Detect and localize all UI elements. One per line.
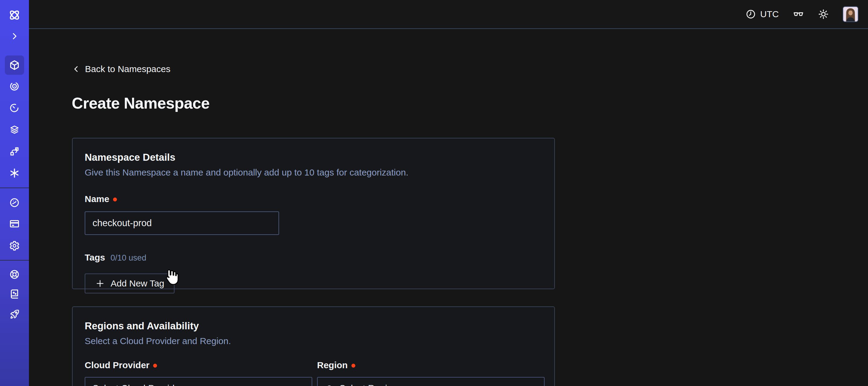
book-icon bbox=[9, 289, 20, 299]
region-value: Select Region bbox=[339, 383, 522, 386]
region-select[interactable]: Select Region bbox=[317, 377, 545, 386]
sidebar-item-get-started[interactable] bbox=[0, 304, 29, 324]
card-title: Regions and Availability bbox=[85, 320, 542, 332]
required-indicator bbox=[351, 364, 355, 367]
labs-toggle-button[interactable] bbox=[793, 8, 804, 20]
tags-label: Tags bbox=[85, 253, 105, 263]
search-icon bbox=[325, 384, 335, 386]
sidebar-item-usage[interactable] bbox=[0, 193, 29, 212]
tags-used-count: 0/10 used bbox=[111, 253, 147, 263]
sidebar-item-observe[interactable] bbox=[0, 77, 29, 96]
sun-icon bbox=[818, 9, 829, 20]
add-tag-label: Add New Tag bbox=[111, 278, 164, 289]
cloud-provider-value: Select Cloud Provider bbox=[93, 383, 290, 386]
region-selects: Cloud Provider Select Cloud Provider Reg… bbox=[85, 360, 542, 386]
card-description: Select a Cloud Provider and Region. bbox=[85, 336, 542, 346]
namespace-details-card: Namespace Details Give this Namespace a … bbox=[72, 138, 555, 289]
chevron-right-icon bbox=[10, 32, 19, 41]
sidebar-item-docs[interactable] bbox=[0, 285, 29, 304]
namespace-name-input[interactable] bbox=[85, 211, 279, 235]
plus-icon bbox=[95, 278, 105, 289]
required-indicator bbox=[113, 198, 117, 202]
regions-card: Regions and Availability Select a Cloud … bbox=[72, 306, 555, 386]
glasses-icon bbox=[793, 8, 804, 20]
rocket-icon bbox=[9, 309, 20, 320]
temporal-logo[interactable] bbox=[0, 5, 29, 25]
sidebar-item-namespaces[interactable] bbox=[5, 56, 24, 75]
theme-toggle-button[interactable] bbox=[818, 9, 829, 20]
sidebar-divider bbox=[0, 187, 29, 188]
tags-row: Tags 0/10 used bbox=[85, 253, 542, 263]
timer-icon bbox=[9, 102, 20, 113]
user-avatar[interactable] bbox=[843, 6, 858, 22]
add-new-tag-button[interactable]: Add New Tag bbox=[85, 273, 175, 293]
gauge-icon bbox=[9, 197, 20, 208]
life-ring-icon bbox=[9, 269, 20, 280]
timezone-label: UTC bbox=[760, 9, 779, 19]
sidebar-item-schedules[interactable] bbox=[0, 98, 29, 118]
topbar: UTC bbox=[29, 0, 868, 29]
sidebar-item-stacks[interactable] bbox=[0, 120, 29, 139]
name-label-text: Name bbox=[85, 194, 110, 204]
chevron-down-icon bbox=[527, 384, 537, 386]
cloud-provider-select[interactable]: Select Cloud Provider bbox=[85, 377, 312, 386]
back-to-namespaces-link[interactable]: Back to Namespaces bbox=[72, 64, 170, 74]
temporal-logo-icon bbox=[7, 8, 22, 22]
app-root: UTC bbox=[0, 0, 868, 386]
cloud-provider-field: Cloud Provider Select Cloud Provider bbox=[85, 360, 312, 386]
sidebar-item-nexus[interactable] bbox=[0, 164, 29, 183]
sidebar-item-support[interactable] bbox=[0, 265, 29, 284]
cloud-provider-label-text: Cloud Provider bbox=[85, 360, 150, 370]
spiral-eye-icon bbox=[9, 81, 20, 92]
sidebar-item-deployments[interactable] bbox=[0, 142, 29, 161]
name-field-label: Name bbox=[85, 194, 542, 204]
cloud-provider-label: Cloud Provider bbox=[85, 360, 312, 370]
region-label: Region bbox=[317, 360, 545, 370]
chevron-left-icon bbox=[72, 64, 80, 74]
back-link-label: Back to Namespaces bbox=[85, 64, 170, 74]
chevron-down-icon bbox=[295, 384, 304, 386]
card-title: Namespace Details bbox=[85, 152, 542, 163]
timezone-button[interactable]: UTC bbox=[746, 9, 779, 19]
clock-icon bbox=[746, 9, 756, 19]
branch-icon bbox=[9, 146, 20, 157]
avatar-image bbox=[843, 7, 858, 22]
region-label-text: Region bbox=[317, 360, 348, 370]
asterisk-icon bbox=[9, 168, 20, 179]
card-description: Give this Namespace a name and optionall… bbox=[85, 167, 542, 178]
region-field: Region Select Region bbox=[317, 360, 545, 386]
credit-card-icon bbox=[9, 218, 20, 229]
main-content: Back to Namespaces Create Namespace Name… bbox=[29, 29, 868, 386]
sidebar-item-billing[interactable] bbox=[0, 214, 29, 233]
sidebar-item-settings[interactable] bbox=[0, 236, 29, 256]
sidebar bbox=[0, 0, 29, 386]
sidebar-expand-button[interactable] bbox=[0, 27, 29, 46]
page-title: Create Namespace bbox=[72, 94, 210, 112]
required-indicator bbox=[153, 364, 157, 367]
cube-icon bbox=[9, 59, 20, 71]
gear-icon bbox=[9, 240, 20, 251]
layers-icon bbox=[9, 124, 20, 135]
sidebar-divider bbox=[0, 260, 29, 261]
